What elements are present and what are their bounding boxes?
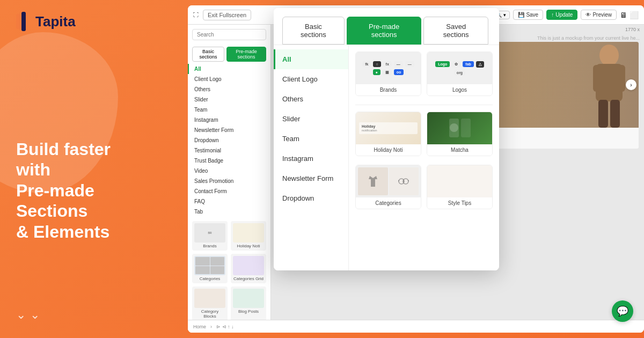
- sidebar-category-contact[interactable]: Contact Form: [188, 186, 270, 196]
- overlay-panel: Basic sections Pre-made sections Saved s…: [274, 8, 499, 270]
- sidebar-tab-basic[interactable]: Basic sections: [192, 47, 224, 62]
- panel-tabs: Basic sections Pre-made sections Saved s…: [274, 8, 499, 45]
- sidebar-category-instagram[interactable]: Instagram: [188, 115, 270, 125]
- section-grid-row3: Categories Style Tips: [355, 165, 493, 209]
- logo-chip-5: org: [454, 70, 465, 76]
- save-icon: 💾: [518, 12, 524, 18]
- holiday-card-image: Holiday notification: [356, 112, 421, 144]
- thumb-holiday[interactable]: Holiday Noti: [231, 221, 266, 251]
- svg-point-10: [450, 123, 458, 132]
- matcha-visual: [447, 116, 473, 140]
- update-button[interactable]: ↑ Update: [546, 10, 577, 20]
- chat-bubble-button[interactable]: 💬: [612, 300, 633, 322]
- logos-card-image: Logo ✿ fab △ org: [427, 52, 492, 84]
- sidebar-category-sales[interactable]: Sales Promotion: [188, 176, 270, 186]
- left-content: Build faster with Pre-made Sections & El…: [16, 0, 166, 338]
- section-card-brands[interactable]: fk ○ fx — — ● ▦ oo Brands: [355, 52, 421, 96]
- category-jacket-icon: [368, 174, 378, 189]
- thumb-brands-label: Brands: [194, 244, 225, 248]
- sidebar-category-faq[interactable]: FAQ: [188, 196, 270, 207]
- sidebar-category-dropdown[interactable]: Dropdown: [188, 135, 270, 145]
- sidebar-search-area: [188, 25, 270, 45]
- sidebar-category-testimonial[interactable]: Testimonial: [188, 145, 270, 156]
- logo-text: Tapita: [35, 13, 76, 30]
- thumb-holiday-label: Holiday Noti: [233, 244, 264, 248]
- brand-chip-2: ○: [373, 61, 380, 67]
- svg-point-2: [599, 45, 619, 66]
- sidebar-category-newsletter[interactable]: Newsletter Form: [188, 125, 270, 135]
- preview-icon: 👁: [586, 12, 591, 18]
- thumb-categories[interactable]: Categories: [192, 254, 228, 283]
- sidebar-category-others[interactable]: Others: [188, 84, 270, 94]
- thumb-categories-label: Categories: [194, 276, 225, 281]
- thumb-categories-grid-label: Categories Grid: [233, 276, 264, 281]
- nav-item-team[interactable]: Team: [274, 129, 348, 149]
- section-card-holiday[interactable]: Holiday notification Holiday Noti: [355, 112, 421, 156]
- brand-chip-5: —: [405, 61, 414, 67]
- tab-saved-sections[interactable]: Saved sections: [423, 17, 488, 45]
- thumb-categories-grid[interactable]: Categories Grid: [231, 254, 266, 283]
- layout-toggle: 🖥 ⬜: [620, 11, 639, 19]
- section-card-matcha[interactable]: Matcha: [427, 112, 493, 156]
- section-card-logos[interactable]: Logo ✿ fab △ org Logos: [427, 52, 493, 96]
- sidebar-category-client-logo[interactable]: Client Logo: [188, 74, 270, 84]
- thumb-blog-posts[interactable]: Blog Posts: [231, 286, 266, 321]
- brand-logos-row: fk ○ fx — — ● ▦ oo: [356, 59, 421, 78]
- canvas-next-arrow[interactable]: ›: [626, 79, 636, 90]
- brand-chip-7: ▦: [383, 69, 392, 76]
- logos-row: Logo ✿ fab △ org: [427, 59, 492, 78]
- brand-chip-1: fk: [362, 61, 371, 67]
- panel-body: All Client Logo Others Slider Team Insta…: [274, 45, 499, 270]
- nav-item-others[interactable]: Others: [274, 89, 348, 109]
- sidebar-category-team[interactable]: Team: [188, 105, 270, 115]
- category-glasses-icon: [398, 176, 409, 187]
- brand-chip-6: ●: [373, 69, 380, 75]
- exit-fullscreen-icon: ⛶: [193, 12, 199, 18]
- tab-premade-sections[interactable]: Pre-made sections: [347, 17, 422, 45]
- tablet-view-icon[interactable]: ⬜: [630, 11, 639, 19]
- sidebar-category-all[interactable]: All: [188, 64, 270, 74]
- nav-item-client-logo[interactable]: Client Logo: [274, 69, 348, 89]
- logo-area: Tapita: [16, 12, 76, 31]
- sidebar-search-input[interactable]: [192, 29, 266, 40]
- exit-fullscreen-button[interactable]: Exit Fullscreen: [203, 10, 251, 20]
- chat-icon: 💬: [617, 305, 628, 317]
- breadcrumb-separator: ›: [210, 324, 212, 329]
- nav-item-slider[interactable]: Slider: [274, 109, 348, 129]
- headline-line4: Sections: [16, 201, 166, 221]
- nav-item-all[interactable]: All: [274, 49, 348, 69]
- nav-item-instagram[interactable]: Instagram: [274, 149, 348, 168]
- nav-item-dropdown[interactable]: Dropdown: [274, 188, 348, 208]
- builder-sidebar: Basic sections Pre-made sections All Cli…: [188, 25, 271, 333]
- section-card-style-tips[interactable]: Style Tips: [427, 165, 493, 209]
- logo-chip-3: fab: [463, 61, 474, 67]
- holiday-subtext: notification: [362, 129, 415, 133]
- svg-rect-7: [610, 100, 620, 128]
- brand-chip-3: fx: [383, 61, 392, 67]
- thumb-category-blocks-label: Category Blocks: [194, 309, 225, 319]
- style-tips-card-image: [427, 165, 492, 197]
- tab-basic-sections[interactable]: Basic sections: [282, 17, 345, 45]
- categories-card-image: [356, 165, 421, 197]
- logo-chip-2: ✿: [452, 61, 460, 68]
- save-button[interactable]: 💾 Save: [513, 10, 543, 20]
- thumb-category-blocks[interactable]: Category Blocks: [192, 286, 228, 321]
- sidebar-category-slider[interactable]: Slider: [188, 94, 270, 105]
- svg-rect-9: [461, 119, 471, 137]
- sidebar-category-video[interactable]: Video: [188, 166, 270, 176]
- sidebar-category-tab[interactable]: Tab: [188, 207, 270, 217]
- sidebar-category-trustbadge[interactable]: Trust Badge: [188, 156, 270, 166]
- thumb-brands[interactable]: BR Brands: [192, 221, 228, 251]
- logos-card-label: Logos: [427, 84, 492, 95]
- svg-rect-1: [21, 12, 26, 31]
- home-breadcrumb: Home: [193, 324, 206, 329]
- sidebar-tabs: Basic sections Pre-made sections: [188, 45, 270, 64]
- desktop-view-icon[interactable]: 🖥: [620, 11, 627, 19]
- logo-chip-4: △: [476, 61, 484, 68]
- holiday-text: Holiday: [362, 124, 415, 129]
- preview-button[interactable]: 👁 Preview: [581, 10, 617, 20]
- nav-item-newsletter[interactable]: Newsletter Form: [274, 168, 348, 188]
- sidebar-tab-premade[interactable]: Pre-made sections: [226, 47, 266, 62]
- matcha-card-label: Matcha: [427, 144, 492, 156]
- section-card-categories[interactable]: Categories: [355, 165, 421, 209]
